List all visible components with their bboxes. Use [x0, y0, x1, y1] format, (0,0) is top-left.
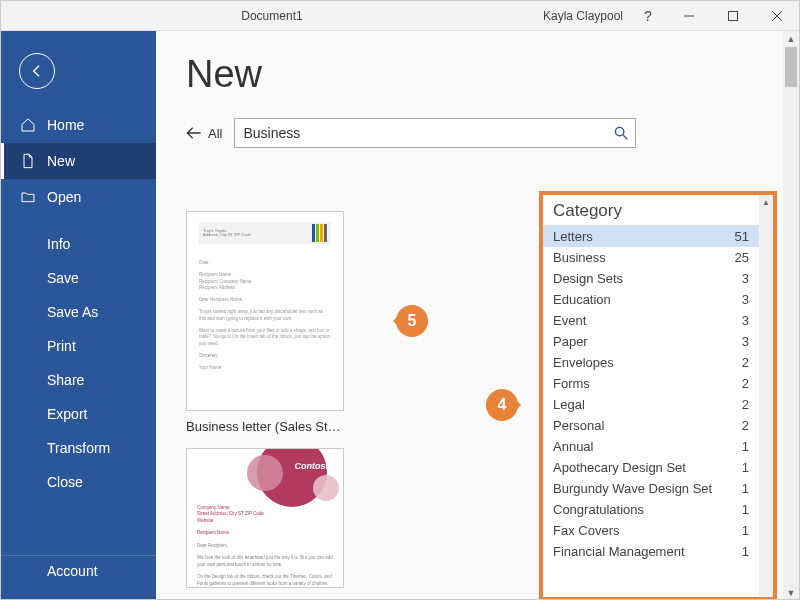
sidebar-item-account[interactable]: Account [1, 555, 156, 600]
category-item[interactable]: Personal2 [543, 415, 759, 436]
scroll-down-icon[interactable]: ▼ [783, 585, 799, 600]
category-item[interactable]: Business25 [543, 247, 759, 268]
category-item[interactable]: Financial Management1 [543, 541, 759, 562]
maximize-button[interactable] [711, 1, 755, 31]
template-title: Business letter (Sales St… [186, 419, 344, 434]
back-arrow-icon [29, 63, 45, 79]
category-item[interactable]: Event3 [543, 310, 759, 331]
sidebar-item-save-as[interactable]: Save As [1, 295, 156, 329]
category-item[interactable]: Forms2 [543, 373, 759, 394]
category-item[interactable]: Paper3 [543, 331, 759, 352]
sidebar-item-transform[interactable]: Transform [1, 431, 156, 465]
callout-4: 4 [486, 389, 518, 421]
category-item[interactable]: Fax Covers1 [543, 520, 759, 541]
category-scrollbar[interactable]: ▲ [759, 195, 773, 597]
content-area: ▲ ▼ New All Trey's ToyotaAddress, City [156, 31, 799, 600]
category-item[interactable]: Envelopes2 [543, 352, 759, 373]
search-button[interactable] [607, 126, 635, 140]
category-item[interactable]: Apothecary Design Set1 [543, 457, 759, 478]
content-scrollbar[interactable]: ▲ ▼ [783, 31, 799, 600]
search-box[interactable] [234, 118, 636, 148]
search-icon [614, 126, 628, 140]
scroll-up-icon[interactable]: ▲ [783, 31, 799, 47]
new-doc-icon [19, 152, 37, 170]
category-item[interactable]: Education3 [543, 289, 759, 310]
back-button[interactable] [19, 53, 55, 89]
svg-point-4 [616, 127, 624, 135]
template-thumbnail: Contoso Company NameStreet Address, City… [186, 448, 344, 588]
category-item[interactable]: Burgundy Wave Design Set1 [543, 478, 759, 499]
close-button[interactable] [755, 1, 799, 31]
svg-line-5 [624, 135, 628, 139]
sidebar-item-home[interactable]: Home [1, 107, 156, 143]
category-item[interactable]: Annual1 [543, 436, 759, 457]
category-item[interactable]: Legal2 [543, 394, 759, 415]
svg-rect-1 [729, 11, 738, 20]
category-item[interactable]: Design Sets3 [543, 268, 759, 289]
window-controls [667, 1, 799, 31]
sidebar-item-label: Home [47, 117, 84, 133]
sidebar-item-new[interactable]: New [1, 143, 156, 179]
backstage-sidebar: Home New Open Info Save Save As Print Sh… [1, 31, 156, 600]
template-card[interactable]: Contoso Company NameStreet Address, City… [186, 448, 344, 588]
scrollbar-thumb[interactable] [785, 47, 797, 87]
sidebar-item-open[interactable]: Open [1, 179, 156, 215]
scroll-up-icon[interactable]: ▲ [759, 195, 773, 209]
sidebar-item-export[interactable]: Export [1, 397, 156, 431]
user-name[interactable]: Kayla Claypool [543, 9, 623, 23]
template-thumbnail: Trey's ToyotaAddress, City ST ZIP Code D… [186, 211, 344, 411]
sidebar-item-share[interactable]: Share [1, 363, 156, 397]
minimize-button[interactable] [667, 1, 711, 31]
category-header: Category [543, 195, 773, 226]
sidebar-item-save[interactable]: Save [1, 261, 156, 295]
category-item[interactable]: Congratulations1 [543, 499, 759, 520]
callout-5: 5 [396, 305, 428, 337]
home-icon [19, 116, 37, 134]
sidebar-item-label: New [47, 153, 75, 169]
search-input[interactable] [235, 125, 607, 141]
arrow-left-icon [186, 126, 202, 140]
category-panel: ▲ Category Letters51 Business25 Design S… [539, 191, 777, 600]
page-heading: New [186, 53, 799, 96]
search-row: All [186, 118, 799, 148]
category-item[interactable]: Letters51 [543, 226, 759, 247]
template-card[interactable]: Trey's ToyotaAddress, City ST ZIP Code D… [186, 211, 344, 434]
help-button[interactable]: ? [633, 8, 663, 24]
document-title: Document1 [1, 9, 543, 23]
sidebar-item-print[interactable]: Print [1, 329, 156, 363]
sidebar-item-label: Open [47, 189, 81, 205]
folder-open-icon [19, 188, 37, 206]
search-back-label: All [208, 126, 222, 141]
category-list: Letters51 Business25 Design Sets3 Educat… [543, 226, 759, 562]
title-bar: Document1 Kayla Claypool ? [1, 1, 799, 31]
sidebar-item-close[interactable]: Close [1, 465, 156, 499]
search-back-button[interactable]: All [186, 126, 222, 141]
sidebar-item-info[interactable]: Info [1, 227, 156, 261]
